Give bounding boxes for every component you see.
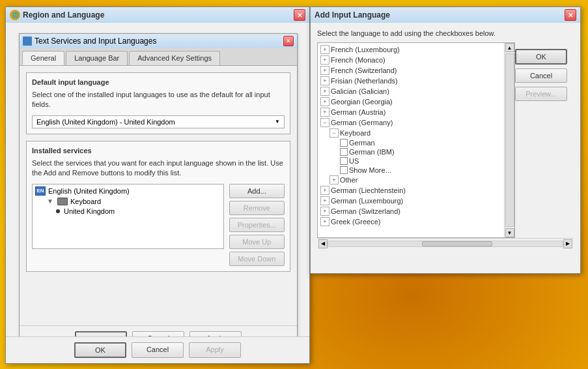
- checkbox-show-more[interactable]: [340, 166, 348, 174]
- tree-row-german-luxembourg[interactable]: + German (Luxembourg): [319, 196, 513, 206]
- dropdown-arrow-icon: ▼: [275, 119, 280, 125]
- expand-icon-gg[interactable]: −: [320, 118, 329, 127]
- uk-label: United Kingdom: [64, 207, 115, 215]
- list-item-united-kingdom: United Kingdom: [55, 207, 222, 216]
- services-icon: [23, 37, 32, 46]
- services-panel: EN English (United Kingdom) ▼ Keyboard: [32, 184, 285, 266]
- add-lang-side-buttons: OK Cancel Preview...: [515, 42, 574, 238]
- german-item-label: German: [349, 139, 375, 147]
- tab-language-bar[interactable]: Language Bar: [66, 51, 128, 65]
- scroll-right-button[interactable]: ▶: [563, 239, 572, 248]
- expand-icon-fl[interactable]: +: [320, 45, 329, 54]
- tree-row-show-more[interactable]: Show More...: [319, 166, 513, 175]
- expand-icon-fs[interactable]: +: [320, 66, 329, 75]
- add-button[interactable]: Add...: [229, 184, 285, 198]
- german-liechtenstein-label: German (Liechtenstein): [331, 186, 406, 194]
- scroll-down-button[interactable]: ▼: [505, 228, 514, 237]
- installed-services-section: Installed services Select the services t…: [26, 141, 290, 272]
- expand-icon-fm[interactable]: +: [320, 55, 329, 65]
- remove-button[interactable]: Remove: [229, 201, 285, 215]
- tree-row-french-luxembourg[interactable]: + French (Luxembourg): [319, 44, 513, 55]
- tree-row-german-germany[interactable]: − German (Germany): [319, 117, 513, 128]
- expand-icon-gsw[interactable]: +: [320, 207, 329, 216]
- h-scroll-track[interactable]: [328, 241, 563, 247]
- tab-advanced-key-settings[interactable]: Advanced Key Settings: [129, 51, 220, 65]
- tab-bar: General Language Bar Advanced Key Settin…: [20, 48, 297, 66]
- installed-services-label: Installed services: [32, 147, 285, 155]
- region-window-icon: 🌐: [10, 10, 20, 20]
- inner-title-bar: Text Services and Input Languages ✕: [20, 34, 297, 48]
- tree-row-frisian[interactable]: + Frisian (Netherlands): [319, 76, 513, 86]
- expand-icon-frisian[interactable]: +: [320, 76, 329, 85]
- add-lang-cancel-button[interactable]: Cancel: [515, 68, 567, 83]
- preview-button[interactable]: Preview...: [515, 87, 567, 101]
- language-tree[interactable]: + French (Luxembourg) + French (Monaco) …: [317, 42, 515, 238]
- us-label: US: [349, 157, 359, 165]
- vertical-scrollbar[interactable]: ▲ ▼: [504, 43, 514, 237]
- region-ok-button[interactable]: OK: [74, 342, 126, 358]
- tree-row-german-item[interactable]: German: [319, 138, 513, 147]
- add-lang-title-left: Add Input Language: [315, 10, 390, 20]
- add-lang-ok-button[interactable]: OK: [515, 49, 567, 65]
- scroll-up-button[interactable]: ▲: [505, 43, 514, 52]
- add-lang-close-button[interactable]: ✕: [565, 9, 576, 21]
- inner-window-title: Text Services and Input Languages: [35, 37, 156, 46]
- tree-row-georgian[interactable]: + Georgian (Georgia): [319, 96, 513, 107]
- checkbox-german[interactable]: [340, 139, 348, 147]
- h-scroll-thumb[interactable]: [422, 241, 492, 246]
- region-language-window: 🌐 Region and Language ✕ Text Services an…: [5, 7, 310, 364]
- tree-row-german-ibm[interactable]: German (IBM): [319, 147, 513, 156]
- keyboard-label: Keyboard: [70, 198, 101, 205]
- tab-general[interactable]: General: [22, 51, 64, 65]
- expand-icon-georgian[interactable]: +: [320, 97, 329, 106]
- show-more-label: Show More...: [349, 166, 391, 174]
- services-tree[interactable]: EN English (United Kingdom) ▼ Keyboard: [32, 184, 224, 249]
- add-lang-window-title: Add Input Language: [315, 10, 390, 20]
- tree-row-us[interactable]: US: [319, 156, 513, 166]
- checkbox-us[interactable]: [340, 157, 348, 165]
- region-cancel-button[interactable]: Cancel: [132, 342, 184, 358]
- scroll-thumb[interactable]: [505, 53, 514, 227]
- tree-row-galician[interactable]: + Galician (Galician): [319, 86, 513, 96]
- add-input-language-window: Add Input Language ✕ Select the language…: [310, 7, 581, 274]
- expand-icon-gl[interactable]: +: [320, 186, 329, 195]
- french-monaco-label: French (Monaco): [331, 56, 385, 64]
- move-up-button[interactable]: Move Up: [229, 235, 285, 249]
- tree-row-keyboard-node[interactable]: − Keyboard: [319, 128, 513, 138]
- tree-row-french-switzerland[interactable]: + French (Switzerland): [319, 65, 513, 76]
- tree-row-french-monaco[interactable]: + French (Monaco): [319, 55, 513, 65]
- inner-close-button[interactable]: ✕: [283, 36, 294, 46]
- default-language-dropdown[interactable]: English (United Kingdom) - United Kingdo…: [32, 115, 285, 128]
- expand-icon-greek[interactable]: +: [320, 217, 329, 226]
- region-apply-button[interactable]: Apply: [189, 342, 241, 358]
- add-lang-title-bar: Add Input Language ✕: [311, 7, 580, 23]
- tree-row-german-switzerland[interactable]: + German (Switzerland): [319, 206, 513, 216]
- expand-icon-keyboard[interactable]: −: [329, 128, 339, 138]
- tree-row-german-liechtenstein[interactable]: + German (Liechtenstein): [319, 185, 513, 196]
- horizontal-scrollbar[interactable]: ◀ ▶: [317, 238, 574, 248]
- properties-button[interactable]: Properties...: [229, 218, 285, 232]
- expand-icon-ga[interactable]: +: [320, 108, 329, 117]
- default-input-label: Default input language: [32, 78, 285, 86]
- move-down-button[interactable]: Move Down: [229, 252, 285, 266]
- tree-row-german-austria[interactable]: + German (Austria): [319, 107, 513, 117]
- tree-row-greek[interactable]: + Greek (Greece): [319, 216, 513, 227]
- german-austria-label: German (Austria): [331, 108, 385, 116]
- greek-label: Greek (Greece): [331, 218, 380, 226]
- region-close-button[interactable]: ✕: [294, 9, 305, 21]
- keyboard-icon: [57, 198, 68, 205]
- scroll-left-button[interactable]: ◀: [318, 239, 328, 248]
- language-tree-inner: + French (Luxembourg) + French (Monaco) …: [318, 43, 514, 228]
- region-title-bar: 🌐 Region and Language ✕: [6, 7, 309, 23]
- frisian-label: Frisian (Netherlands): [331, 77, 398, 85]
- expand-icon-other[interactable]: +: [329, 175, 339, 184]
- list-item-keyboard: ▼ Keyboard: [44, 196, 222, 207]
- tree-row-other[interactable]: + Other: [319, 175, 513, 185]
- language-icon-en: EN: [35, 186, 46, 196]
- bullet-icon: [56, 209, 60, 213]
- checkbox-german-ibm[interactable]: [340, 148, 348, 156]
- galician-label: Galician (Galician): [331, 87, 389, 95]
- expand-icon-galician[interactable]: +: [320, 87, 329, 96]
- expand-icon-glux[interactable]: +: [320, 196, 329, 205]
- french-switzerland-label: French (Switzerland): [331, 66, 397, 74]
